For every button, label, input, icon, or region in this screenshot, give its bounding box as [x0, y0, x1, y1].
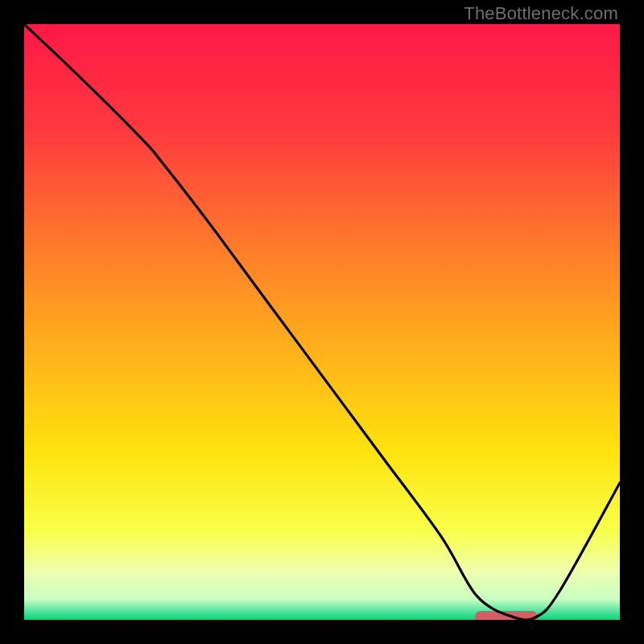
plot-area — [24, 24, 620, 620]
chart-frame: TheBottleneck.com — [0, 0, 644, 644]
bottleneck-curve — [24, 24, 620, 620]
watermark-text: TheBottleneck.com — [464, 3, 618, 24]
